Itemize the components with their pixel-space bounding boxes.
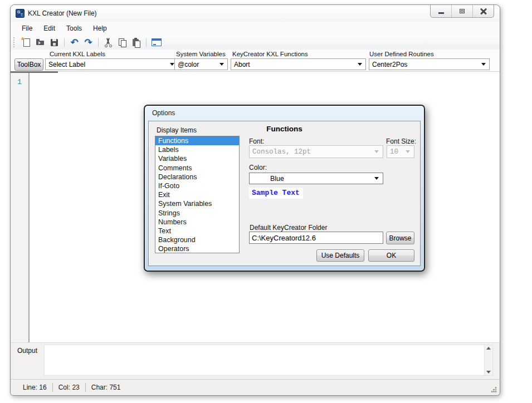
- font-combo: Consolas, 12pt: [249, 145, 383, 158]
- dialog-title: Options: [152, 109, 175, 117]
- user-routines-label: User Defined Routines: [369, 51, 434, 57]
- font-size-combo-value: 10: [387, 148, 398, 156]
- menu-item-help[interactable]: Help: [87, 23, 113, 34]
- chevron-down-icon: [406, 150, 410, 153]
- redo-icon[interactable]: [82, 37, 94, 48]
- chevron-down-icon: [170, 63, 174, 66]
- system-variables-combo-value: @color: [178, 61, 199, 68]
- current-kxl-labels-label: Current KXL Labels: [50, 51, 105, 57]
- dialog-title-bar[interactable]: Options: [145, 106, 424, 120]
- display-item-operators[interactable]: Operators: [155, 244, 239, 253]
- desktop: G T KXL Creator (New File) FileEditTools…: [0, 0, 532, 403]
- display-item-exit[interactable]: Exit: [155, 190, 239, 199]
- browse-button[interactable]: Browse: [386, 232, 414, 244]
- user-routines-combo[interactable]: Center2Pos: [369, 58, 490, 70]
- output-label: Output: [17, 345, 42, 376]
- copy-icon[interactable]: [116, 37, 128, 48]
- open-icon[interactable]: [35, 37, 46, 48]
- display-item-labels[interactable]: Labels: [155, 145, 239, 154]
- undo-icon[interactable]: [69, 37, 80, 48]
- section-header: Functions: [149, 125, 420, 133]
- display-item-numbers[interactable]: Numbers: [155, 218, 239, 227]
- display-item-declarations[interactable]: Declarations: [155, 173, 239, 181]
- options-dialog: Options Display Items FunctionsLabelsVar…: [144, 105, 425, 272]
- chevron-down-icon: [219, 63, 224, 66]
- kxl-labels-combo[interactable]: Select Label: [45, 58, 178, 70]
- color-combo-value: Blue: [250, 175, 284, 183]
- kxl-labels-combo-value: Select Label: [48, 61, 85, 68]
- toolbar: [11, 35, 500, 50]
- scroll-down-icon[interactable]: [486, 371, 491, 373]
- chevron-down-icon: [374, 177, 379, 180]
- window-controls: [430, 5, 494, 18]
- output-scrollbar[interactable]: [484, 345, 492, 375]
- default-folder-input[interactable]: [249, 232, 383, 244]
- user-routines-combo-value: Center2Pos: [372, 61, 407, 68]
- display-item-if-goto[interactable]: If-Goto: [155, 181, 239, 190]
- menu-item-edit[interactable]: Edit: [38, 23, 61, 34]
- scroll-up-icon[interactable]: [486, 347, 491, 350]
- display-item-strings[interactable]: Strings: [155, 209, 239, 218]
- paste-icon[interactable]: [130, 37, 142, 48]
- quick-insert-band: ToolBox Current KXL Labels Select Label …: [11, 50, 500, 71]
- output-panel: Output: [11, 342, 500, 379]
- window-title: KXL Creator (New File): [28, 9, 97, 17]
- system-variables-combo[interactable]: @color: [174, 58, 228, 70]
- console-icon[interactable]: [150, 37, 162, 48]
- default-folder-label: Default KeyCreator Folder: [250, 224, 327, 232]
- close-button[interactable]: [472, 5, 494, 17]
- display-item-system-variables[interactable]: System Variables: [155, 199, 239, 208]
- chevron-down-icon: [358, 63, 362, 66]
- ok-button[interactable]: OK: [368, 249, 414, 262]
- cut-icon[interactable]: [103, 37, 114, 48]
- line-number-gutter: 1: [11, 73, 30, 342]
- close-icon: [480, 8, 487, 14]
- kxl-functions-combo[interactable]: Abort: [231, 58, 366, 70]
- title-bar[interactable]: G T KXL Creator (New File): [11, 5, 500, 22]
- font-size-combo: 10: [387, 145, 414, 158]
- line-number: 1: [17, 78, 22, 86]
- save-icon[interactable]: [48, 37, 60, 48]
- toolbar-separator: [64, 38, 65, 47]
- toolbox-button[interactable]: ToolBox: [14, 58, 43, 71]
- minimize-icon: [438, 12, 444, 14]
- toolbar-separator: [146, 38, 147, 47]
- font-size-label: Font Size:: [386, 137, 416, 145]
- maximize-icon: [460, 9, 465, 13]
- display-item-variables[interactable]: Variables: [155, 154, 239, 163]
- resize-grip[interactable]: [491, 387, 497, 392]
- color-combo[interactable]: Blue: [249, 173, 383, 184]
- status-char: Char: 751: [86, 384, 126, 391]
- system-variables-label: System Variables: [176, 51, 226, 57]
- font-label: Font:: [249, 137, 264, 145]
- display-item-background[interactable]: Background: [155, 235, 239, 244]
- minimize-button[interactable]: [431, 5, 451, 17]
- kxl-functions-label: KeyCreator KXL Functions: [232, 51, 308, 57]
- dialog-client-area: Display Items FunctionsLabelsVariablesCo…: [148, 121, 421, 266]
- output-text-area[interactable]: [44, 345, 493, 376]
- color-label: Color:: [249, 164, 267, 171]
- chevron-down-icon: [374, 150, 379, 153]
- display-item-functions[interactable]: Functions: [155, 136, 239, 145]
- font-combo-value: Consolas, 12pt: [250, 148, 311, 156]
- new-file-icon[interactable]: [21, 37, 32, 48]
- menu-item-tools[interactable]: Tools: [61, 23, 87, 34]
- maximize-button[interactable]: [451, 5, 472, 17]
- toolbar-grip[interactable]: [13, 37, 17, 47]
- kxl-functions-combo-value: Abort: [234, 61, 250, 68]
- status-col: Col: 23: [53, 384, 85, 391]
- status-line: Line: 16: [17, 384, 52, 391]
- display-items-listbox: FunctionsLabelsVariablesCommentsDeclarat…: [155, 136, 240, 253]
- status-bar: Line: 16 Col: 23 Char: 751: [11, 379, 500, 395]
- sample-text-preview: Sample Text: [249, 188, 303, 199]
- toolbar-separator: [98, 38, 99, 47]
- app-icon: G T: [16, 9, 25, 18]
- menu-bar: FileEditToolsHelp: [11, 22, 500, 35]
- menu-item-file[interactable]: File: [16, 23, 38, 34]
- use-defaults-button[interactable]: Use Defaults: [316, 249, 364, 262]
- chevron-down-icon: [481, 63, 486, 66]
- display-item-comments[interactable]: Comments: [155, 164, 239, 173]
- display-item-text[interactable]: Text: [155, 227, 239, 235]
